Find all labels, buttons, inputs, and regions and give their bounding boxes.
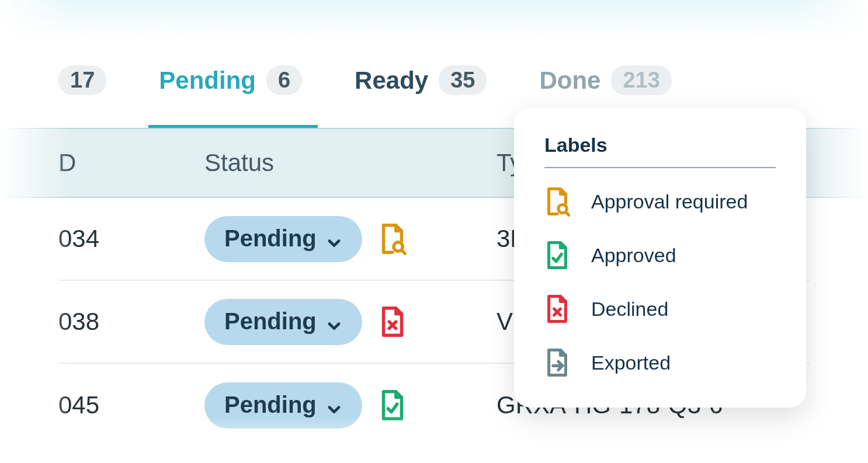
row-status-cell: Pending	[204, 299, 497, 345]
chevron-down-icon	[326, 230, 342, 246]
status-label: Pending	[224, 392, 317, 418]
tab-done[interactable]: Done 213	[539, 65, 671, 95]
tab-label: Done	[539, 67, 600, 95]
labels-popover: Labels Approval required	[514, 108, 806, 408]
declined-icon	[379, 305, 407, 339]
tab-ready[interactable]: Ready 35	[355, 65, 487, 95]
svg-line-1	[401, 250, 405, 253]
tab-count: 213	[611, 65, 671, 95]
popover-title: Labels	[544, 134, 776, 168]
popover-items: Approval required Approved	[544, 186, 776, 378]
label-option-declined[interactable]: Declined	[544, 293, 776, 325]
status-label: Pending	[224, 308, 317, 335]
approved-icon	[379, 388, 407, 422]
app-window: 17 Pending 6 Ready 35 Done 213 D Status …	[0, 0, 868, 463]
label-option-text: Exported	[591, 351, 671, 374]
svg-line-5	[565, 212, 568, 215]
label-option-exported[interactable]: Exported	[544, 347, 776, 378]
chevron-down-icon	[326, 313, 342, 329]
row-status-cell: Pending	[204, 382, 497, 429]
approval-required-icon	[379, 222, 407, 256]
exported-icon	[544, 347, 570, 378]
declined-icon	[544, 293, 570, 325]
tab-label: Ready	[355, 67, 428, 95]
status-dropdown[interactable]: Pending	[204, 299, 362, 345]
label-option-text: Declined	[591, 298, 668, 321]
tab-underline	[148, 125, 318, 128]
label-option-text: Approval required	[591, 190, 748, 213]
tab-label: Pending	[159, 67, 256, 95]
tab-count: 6	[266, 65, 302, 95]
label-option-approval-required[interactable]: Approval required	[544, 186, 776, 217]
chevron-down-icon	[326, 396, 342, 413]
column-header-status[interactable]: Status	[204, 149, 497, 177]
status-dropdown[interactable]: Pending	[204, 382, 362, 429]
row-id: 038	[58, 308, 204, 336]
approved-icon	[544, 239, 570, 271]
approval-required-icon	[544, 186, 570, 217]
tab-pending[interactable]: Pending 6	[159, 65, 302, 95]
row-status-cell: Pending	[204, 216, 497, 262]
label-option-approved[interactable]: Approved	[544, 239, 776, 271]
row-id: 045	[58, 391, 204, 419]
status-label: Pending	[224, 225, 317, 252]
row-id: 034	[58, 225, 204, 253]
status-dropdown[interactable]: Pending	[204, 216, 362, 262]
tabs-bar: 17 Pending 6 Ready 35 Done 213	[0, 0, 868, 95]
label-option-text: Approved	[591, 244, 676, 267]
column-header-id[interactable]: D	[58, 149, 204, 177]
tab-count-partial: 17	[58, 65, 106, 95]
tab-partial-left: 17	[58, 65, 106, 95]
tab-count: 35	[439, 65, 487, 95]
